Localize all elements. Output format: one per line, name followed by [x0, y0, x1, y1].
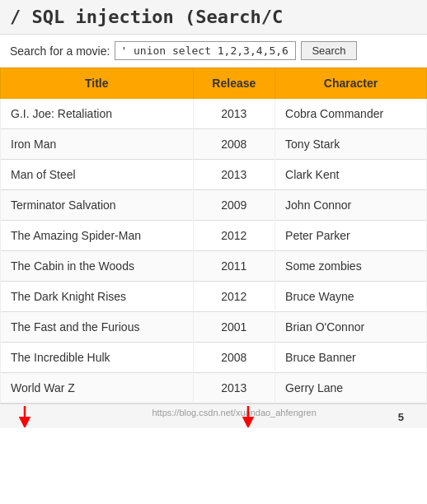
table-row: G.I. Joe: Retaliation2013Cobra Commander: [1, 99, 427, 129]
cell-release: 2008: [193, 129, 274, 160]
table-row: Iron Man2008Tony Stark: [1, 129, 427, 160]
cell-title: Man of Steel: [1, 160, 194, 190]
arrow-left-container: 2: [18, 404, 38, 428]
header-bar: / SQL injection (Search/C: [0, 0, 427, 35]
page-title: / SQL injection (Search/C: [10, 7, 417, 27]
cell-release: 2013: [193, 160, 274, 190]
cell-release: 2012: [193, 282, 274, 312]
cell-title: Terminator Salvation: [1, 190, 194, 221]
arrow-down-left-icon: [18, 404, 38, 427]
cell-character: Cobra Commander: [275, 99, 427, 129]
search-button[interactable]: Search: [301, 41, 356, 60]
table-row: The Dark Knight Rises2012Bruce Wayne: [1, 282, 427, 312]
cell-character: Brian O'Connor: [275, 312, 427, 343]
search-label: Search for a movie:: [10, 44, 110, 58]
cell-release: 2008: [193, 343, 274, 373]
table-row: World War Z2013Gerry Lane: [1, 373, 427, 404]
table-row: The Amazing Spider-Man2012Peter Parker: [1, 221, 427, 251]
cell-title: The Amazing Spider-Man: [1, 221, 194, 251]
cell-character: Gerry Lane: [275, 373, 427, 404]
cell-title: Iron Man: [1, 129, 194, 160]
col-release: Release: [193, 68, 274, 99]
cell-release: 2011: [193, 251, 274, 282]
cell-release: 2009: [193, 190, 274, 221]
table-row: Man of Steel2013Clark Kent: [1, 160, 427, 190]
table-row: The Cabin in the Woods2011Some zombies: [1, 251, 427, 282]
cell-release: 2001: [193, 312, 274, 343]
footer-url: https://blog.csdn.net/xuandao_ahfengren: [152, 408, 316, 418]
cell-title: The Cabin in the Woods: [1, 251, 194, 282]
cell-character: John Connor: [275, 190, 427, 221]
cell-character: Some zombies: [275, 251, 427, 282]
cell-release: 2013: [193, 99, 274, 129]
col-character: Character: [275, 68, 427, 99]
cell-title: G.I. Joe: Retaliation: [1, 99, 194, 129]
cell-title: The Incredible Hulk: [1, 343, 194, 373]
cell-title: World War Z: [1, 373, 194, 404]
cell-character: Peter Parker: [275, 221, 427, 251]
table-row: The Incredible Hulk2008Bruce Banner: [1, 343, 427, 373]
cell-title: The Fast and the Furious: [1, 312, 194, 343]
cell-character: Clark Kent: [275, 160, 427, 190]
col-title: Title: [1, 68, 194, 99]
search-bar: Search for a movie: Search: [0, 35, 427, 68]
table-row: The Fast and the Furious2001Brian O'Conn…: [1, 312, 427, 343]
table-row: Terminator Salvation2009John Connor: [1, 190, 427, 221]
footer-bar: 2 https://blog.csdn.net/xuandao_ahfengre…: [0, 404, 427, 428]
search-input[interactable]: [115, 41, 296, 60]
arrow-down-right-icon: [242, 404, 261, 427]
cell-release: 2012: [193, 221, 274, 251]
movies-table: Title Release Character G.I. Joe: Retali…: [0, 68, 427, 404]
cell-character: Bruce Wayne: [275, 282, 427, 312]
page-num-3[interactable]: 3: [248, 427, 254, 428]
cell-release: 2013: [193, 373, 274, 404]
page-num-5[interactable]: 5: [398, 411, 404, 423]
page-num-2[interactable]: 2: [25, 427, 30, 428]
cell-title: The Dark Knight Rises: [1, 282, 194, 312]
cell-character: Bruce Banner: [275, 343, 427, 373]
cell-character: Tony Stark: [275, 129, 427, 160]
arrow-right-container: 3: [242, 404, 261, 428]
